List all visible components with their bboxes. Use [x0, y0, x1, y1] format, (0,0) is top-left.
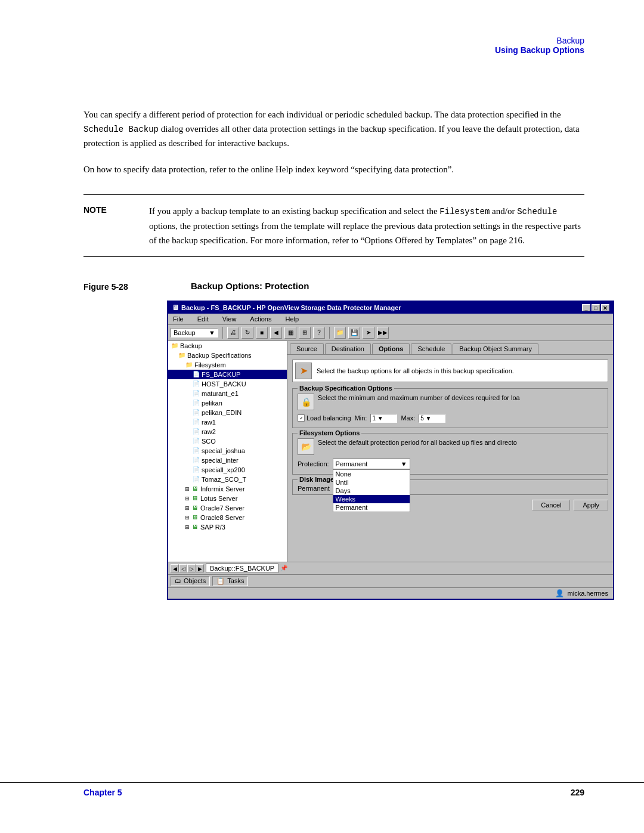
tree-item-fs-backup[interactable]: 📄 FS_BACKUP — [168, 370, 287, 379]
toolbar-separator-1 — [222, 327, 223, 339]
status-tab-tasks[interactable]: 📋 Tasks — [212, 576, 248, 586]
paragraph-1: You can specify a different period of pr… — [83, 107, 584, 150]
tasks-label: Tasks — [227, 577, 244, 584]
win-toolbar: Backup ▼ 🖨 ↻ ■ ◀ ▦ ⊞ ? 📁 💾 ➤ ▶▶ — [168, 325, 613, 341]
option-none[interactable]: None — [333, 470, 410, 478]
tree-item-oracle8[interactable]: ⊞ 🖥 Oracle8 Server — [168, 513, 287, 522]
min-label: Min: — [355, 414, 367, 422]
win-titlebar-title: 🖥 Backup - FS_BACKUP - HP OpenView Stora… — [172, 304, 401, 312]
toolbar-stop-icon[interactable]: ■ — [256, 327, 268, 339]
cancel-button[interactable]: Cancel — [532, 500, 570, 510]
tree-item-label: SCO — [202, 438, 216, 445]
expand-icon: ⊞ — [185, 515, 190, 521]
nav-prev-button[interactable]: ◀ — [171, 564, 179, 572]
minimize-button[interactable]: _ — [582, 304, 590, 311]
tree-item-label: HOST_BACKU — [202, 380, 246, 388]
toolbar-refresh-icon[interactable]: ↻ — [242, 327, 253, 339]
tree-item-tomaz-sco-t[interactable]: 📄 Tomaz_SCO_T — [168, 475, 287, 484]
win-menubar: File Edit View Actions Help — [168, 314, 613, 325]
tree-item-label: Informix Server — [200, 485, 245, 493]
nav-next2-button[interactable]: ▷ — [187, 564, 196, 572]
file-icon: 📄 — [192, 456, 200, 465]
tree-item-label: Filesystem — [194, 361, 226, 368]
win-bottom-tabs: ◀ ◁ ▷ ▶ Backup::FS_BACKUP 📌 — [168, 562, 613, 574]
tree-item-label: Backup Specifications — [187, 352, 252, 359]
tab-source[interactable]: Source — [290, 343, 324, 354]
mono-filesystem: Filesystem — [439, 207, 490, 216]
load-balancing-checkbox[interactable]: ✓ — [298, 414, 305, 422]
tab-options[interactable]: Options — [372, 343, 410, 354]
file-icon: 📄 — [192, 418, 200, 426]
protection-dropdown[interactable]: Permanent ▼ — [333, 459, 410, 469]
tree-item-maturant-e1[interactable]: 📄 maturant_e1 — [168, 389, 287, 398]
apply-button[interactable]: Apply — [574, 500, 608, 510]
menu-help[interactable]: Help — [283, 315, 301, 323]
option-weeks[interactable]: Weeks — [333, 495, 410, 503]
tree-item-sap[interactable]: ⊞ 🖥 SAP R/3 — [168, 522, 287, 532]
file-icon: 📄 — [192, 389, 200, 398]
main-content: You can specify a different period of pr… — [83, 107, 584, 600]
win-statusbar: 🗂 Objects 📋 Tasks — [168, 574, 613, 587]
folder-icon: 📁 — [178, 351, 186, 360]
menu-file[interactable]: File — [171, 315, 186, 323]
option-until[interactable]: Until — [333, 478, 410, 487]
tree-item-backup[interactable]: 📁 Backup — [168, 341, 287, 351]
toolbar-folder-icon[interactable]: 📁 — [334, 327, 346, 339]
tab-backup-object-summary[interactable]: Backup Object Summary — [453, 343, 538, 354]
status-tab-objects[interactable]: 🗂 Objects — [171, 576, 210, 586]
tab-schedule[interactable]: Schedule — [411, 343, 451, 354]
figure-label: Figure 5-28 — [83, 281, 191, 292]
nav-prev2-button[interactable]: ◁ — [179, 564, 187, 572]
toolbar-save-icon[interactable]: 💾 — [348, 327, 360, 339]
min-select[interactable]: 1 ▼ — [370, 414, 397, 423]
toolbar-print-icon[interactable]: 🖨 — [227, 327, 239, 339]
toolbar-grid2-icon[interactable]: ⊞ — [299, 327, 311, 339]
option-permanent[interactable]: Permanent — [333, 503, 410, 512]
toolbar-back-icon[interactable]: ◀ — [270, 327, 282, 339]
maximize-button[interactable]: □ — [592, 304, 600, 311]
max-select[interactable]: 5 ▼ — [419, 414, 445, 423]
tree-item-oracle7[interactable]: ⊞ 🖥 Oracle7 Server — [168, 503, 287, 513]
tree-item-label: pelikan — [202, 400, 222, 407]
protection-label: Protection: — [298, 460, 329, 467]
protection-dropdown-container: Permanent ▼ None Until Days Weeks Perman… — [333, 459, 410, 469]
nav-next-button[interactable]: ▶ — [196, 564, 204, 572]
backup-spec-desc: Select the minimum and maximum number of… — [318, 394, 603, 402]
tree-item-special-joshua[interactable]: 📄 special_joshua — [168, 446, 287, 456]
filesystem-desc: Select the default protection period for… — [318, 438, 603, 447]
tree-item-pelikan-edin[interactable]: 📄 pelikan_EDIN — [168, 408, 287, 417]
file-icon: 📄 — [192, 399, 200, 407]
menu-view[interactable]: View — [220, 315, 239, 323]
tree-item-raw1[interactable]: 📄 raw1 — [168, 417, 287, 427]
tree-item-backup-specs[interactable]: 📁 Backup Specifications — [168, 351, 287, 360]
toolbar-arrow-icon[interactable]: ➤ — [363, 327, 374, 339]
load-balancing-row: ✓ Load balancing Min: 1 ▼ Max: 5 ▼ — [298, 414, 603, 423]
file-icon: 📄 — [192, 408, 200, 417]
toolbar-grid-icon[interactable]: ▦ — [284, 327, 296, 339]
tree-item-label: raw1 — [202, 419, 216, 426]
tree-item-label: speciall_xp200 — [202, 466, 245, 473]
close-button[interactable]: ✕ — [601, 304, 609, 311]
page-container: Backup Using Backup Options You can spec… — [0, 0, 644, 833]
tab-destination[interactable]: Destination — [325, 343, 371, 354]
tree-item-pelikan[interactable]: 📄 pelikan — [168, 398, 287, 408]
tree-item-lotus[interactable]: ⊞ 🖥 Lotus Server — [168, 494, 287, 503]
toolbar-forward-icon[interactable]: ▶▶ — [377, 327, 389, 339]
menu-edit[interactable]: Edit — [195, 315, 211, 323]
menu-actions[interactable]: Actions — [247, 315, 274, 323]
tree-item-label: Oracle7 Server — [200, 504, 244, 512]
tree-item-filesystem[interactable]: 📁 Filesystem — [168, 360, 287, 370]
tree-item-special-inter[interactable]: 📄 special_inter — [168, 456, 287, 465]
tree-item-label: FS_BACKUP — [202, 371, 240, 378]
tree-item-speciall-xp200[interactable]: 📄 speciall_xp200 — [168, 465, 287, 475]
tree-item-label: special_joshua — [202, 447, 245, 454]
tree-item-raw2[interactable]: 📄 raw2 — [168, 427, 287, 436]
tree-item-host-backu[interactable]: 📄 HOST_BACKU — [168, 379, 287, 389]
tree-item-sco[interactable]: 📄 SCO — [168, 436, 287, 446]
option-days[interactable]: Days — [333, 487, 410, 495]
figure-section: Figure 5-28 Backup Options: Protection — [83, 281, 584, 292]
toolbar-question-icon[interactable]: ? — [313, 327, 325, 339]
tree-item-informix[interactable]: ⊞ 🖥 Informix Server — [168, 484, 287, 494]
dropdown-arrow-icon: ▼ — [209, 329, 215, 336]
toolbar-backup-dropdown[interactable]: Backup ▼ — [171, 328, 218, 337]
